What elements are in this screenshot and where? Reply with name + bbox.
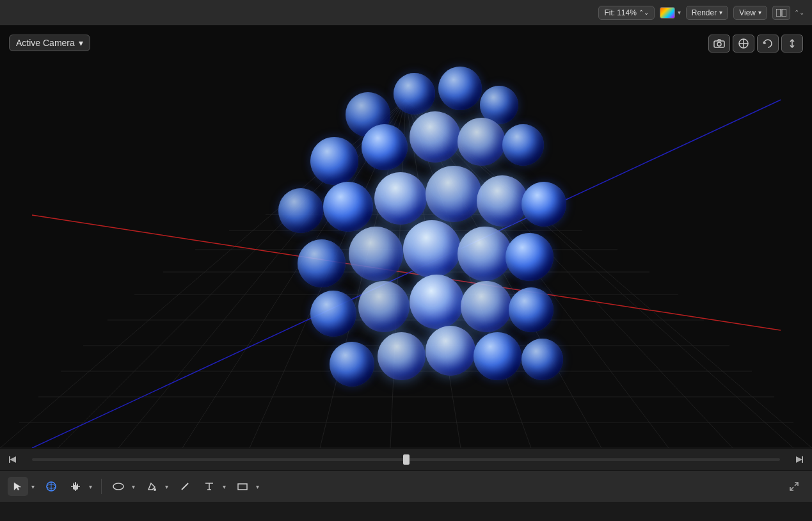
layout-icon xyxy=(787,38,797,49)
timeline-playhead[interactable] xyxy=(403,454,410,465)
camera-label-dropdown[interactable]: Active Camera ▾ xyxy=(9,35,90,51)
viewport[interactable]: Active Camera ▾ xyxy=(0,26,812,448)
rect-icon xyxy=(237,481,248,492)
text-tool-dropdown[interactable]: ▾ xyxy=(219,477,228,496)
svg-point-44 xyxy=(113,483,123,490)
paint-tool-button[interactable] xyxy=(141,477,162,496)
shape-tool-button[interactable] xyxy=(108,477,129,496)
transform-gizmo-button[interactable] xyxy=(733,35,754,52)
top-toolbar: Fit: 114% ⌃⌄ ▾ Render ▾ View ▾ ⌃⌄ xyxy=(0,0,812,26)
paint-tool-group: ▾ xyxy=(141,477,171,496)
grid-canvas xyxy=(0,26,812,448)
timeline-start-button[interactable] xyxy=(6,453,19,466)
rect-chevron-icon: ▾ xyxy=(256,483,259,490)
svg-point-45 xyxy=(154,488,156,491)
viewport-controls xyxy=(708,35,803,52)
svg-marker-40 xyxy=(14,483,21,490)
camera-view-button[interactable] xyxy=(708,35,730,52)
svg-rect-47 xyxy=(238,484,247,490)
fit-label: Fit: xyxy=(604,8,615,17)
timeline-end-icon xyxy=(795,455,804,464)
svg-rect-39 xyxy=(802,456,803,463)
fit-chevron-icon: ⌃⌄ xyxy=(639,9,649,16)
timeline-start-icon xyxy=(8,455,17,464)
window-icon xyxy=(776,9,786,17)
text-tool-group: ▾ xyxy=(199,477,228,496)
shape-tool-dropdown[interactable]: ▾ xyxy=(129,477,138,496)
oval-icon xyxy=(113,481,124,492)
reset-view-button[interactable] xyxy=(757,35,779,52)
color-swatch[interactable] xyxy=(660,7,675,19)
fit-percent: 114% xyxy=(617,8,637,17)
window-chevron-icon[interactable]: ⌃⌄ xyxy=(794,9,804,16)
select-arrow-icon xyxy=(13,481,23,492)
paint-tool-dropdown[interactable]: ▾ xyxy=(162,477,171,496)
svg-rect-1 xyxy=(782,9,786,17)
text-chevron-icon: ▾ xyxy=(223,483,226,490)
fit-group: Fit: 114% ⌃⌄ xyxy=(598,6,654,20)
rect-tool-button[interactable] xyxy=(232,477,253,496)
pan-tool-dropdown[interactable]: ▾ xyxy=(86,477,95,496)
expand-button[interactable] xyxy=(784,477,804,496)
expand-icon xyxy=(788,481,800,492)
svg-rect-37 xyxy=(9,456,10,463)
window-toggle-button[interactable] xyxy=(772,6,790,20)
text-tool-button[interactable] xyxy=(199,477,219,496)
pan-chevron-icon: ▾ xyxy=(89,483,92,490)
layout-toggle-button[interactable] xyxy=(781,35,803,52)
color-group: ▾ xyxy=(660,7,681,19)
paint-chevron-icon: ▾ xyxy=(165,483,168,490)
svg-marker-36 xyxy=(10,456,16,463)
rect-tool-dropdown[interactable]: ▾ xyxy=(253,477,262,496)
separator-1 xyxy=(101,479,102,494)
view-group: View ▾ xyxy=(733,6,767,20)
camera-label-text: Active Camera xyxy=(16,38,75,48)
camera-chevron-icon: ▾ xyxy=(79,38,83,48)
select-tool-button[interactable] xyxy=(8,477,28,496)
color-chevron-icon[interactable]: ▾ xyxy=(678,9,681,16)
view-button[interactable]: View ▾ xyxy=(733,6,767,20)
timeline-bar xyxy=(0,448,812,470)
timeline-track[interactable] xyxy=(32,458,780,461)
select-tool-group: ▾ xyxy=(8,477,37,496)
shape-tool-group: ▾ xyxy=(108,477,138,496)
object-icon xyxy=(45,481,57,492)
rect-tool-group: ▾ xyxy=(232,477,262,496)
fit-button[interactable]: Fit: 114% ⌃⌄ xyxy=(598,6,654,20)
select-chevron-icon: ▾ xyxy=(31,483,35,490)
text-icon xyxy=(203,481,215,492)
pencil-icon xyxy=(179,481,191,492)
svg-rect-0 xyxy=(776,9,781,17)
svg-line-46 xyxy=(182,483,188,490)
timeline-end-button[interactable] xyxy=(793,453,806,466)
window-group: ⌃⌄ xyxy=(772,6,804,20)
pencil-tool-button[interactable] xyxy=(175,477,195,496)
camera-icon xyxy=(713,39,725,48)
pan-tool-button[interactable] xyxy=(65,477,86,496)
paint-icon xyxy=(146,481,157,492)
svg-rect-2 xyxy=(0,26,812,448)
svg-point-31 xyxy=(717,42,721,46)
svg-marker-38 xyxy=(796,456,802,463)
view-chevron-icon: ▾ xyxy=(758,9,761,16)
move-icon xyxy=(738,38,749,49)
object-tool-button[interactable] xyxy=(41,477,61,496)
shape-chevron-icon: ▾ xyxy=(132,483,135,490)
render-group: Render ▾ xyxy=(686,6,728,20)
select-tool-dropdown[interactable]: ▾ xyxy=(28,477,37,496)
render-chevron-icon: ▾ xyxy=(719,9,722,16)
bottom-toolbar: ▾ ▾ ▾ xyxy=(0,470,812,502)
reset-icon xyxy=(763,38,773,49)
pan-icon xyxy=(70,481,81,492)
pan-tool-group: ▾ xyxy=(65,477,95,496)
render-button[interactable]: Render ▾ xyxy=(686,6,728,20)
